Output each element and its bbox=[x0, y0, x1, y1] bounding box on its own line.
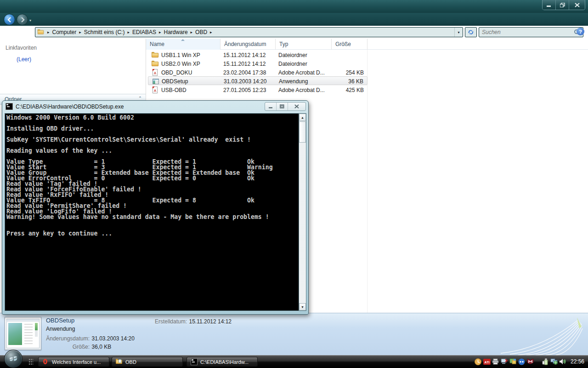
refresh-button[interactable] bbox=[465, 27, 477, 37]
breadcrumb-item-ediabas[interactable]: EDIABAS bbox=[132, 29, 156, 35]
file-size: 425 KB bbox=[346, 86, 364, 94]
taskbar-clock[interactable]: 22:56 bbox=[571, 358, 584, 365]
tray-ati-icon[interactable]: ATI bbox=[483, 358, 491, 365]
file-row-usb11[interactable]: USB1.1 Win XP 15.11.2012 14:12 Dateiordn… bbox=[148, 51, 368, 59]
minimize-button[interactable] bbox=[543, 0, 556, 10]
address-dropdown-button[interactable]: ▾ bbox=[454, 28, 463, 37]
breadcrumb-item-obd[interactable]: OBD bbox=[195, 29, 207, 35]
back-button[interactable] bbox=[4, 14, 15, 25]
file-date: 31.03.2003 14:20 bbox=[224, 77, 266, 86]
minimize-icon bbox=[269, 105, 273, 109]
folder-icon bbox=[152, 60, 159, 68]
scrollbar-thumb[interactable] bbox=[299, 121, 306, 143]
console-window[interactable]: C:\EDIABAS\Hardware\OBD\OBDSetup.exe Win… bbox=[2, 100, 309, 315]
windows-logo-icon bbox=[5, 350, 22, 368]
svg-text:ATI: ATI bbox=[485, 360, 490, 363]
column-headers: Name Änderungsdatum Typ Größe bbox=[146, 39, 588, 50]
tray-volume-icon[interactable] bbox=[559, 358, 566, 365]
crumb-separator-icon: ▸ bbox=[156, 30, 164, 34]
details-pane: OBDSetup Anwendung Änderungsdatum: 31.03… bbox=[0, 313, 588, 355]
scroll-up-button[interactable]: ▲ bbox=[299, 114, 306, 121]
console-titlebar[interactable]: C:\EDIABAS\Hardware\OBD\OBDSetup.exe bbox=[2, 101, 308, 112]
breadcrumb-item-drive[interactable]: Schmitt eins (C:) bbox=[84, 29, 125, 35]
details-modified-value: 31.03.2003 14:20 bbox=[91, 335, 134, 342]
system-tray: ATI 22:56 bbox=[475, 356, 586, 367]
restore-button[interactable] bbox=[556, 0, 569, 10]
tray-scheduler-icon[interactable] bbox=[475, 358, 482, 365]
details-modified-label: Änderungsdatum: bbox=[10, 335, 90, 342]
file-type: Adobe Acrobat D... bbox=[278, 86, 325, 94]
back-arrow-icon bbox=[7, 17, 12, 23]
file-date: 27.01.2005 12:23 bbox=[223, 86, 266, 94]
console-caption-buttons bbox=[265, 102, 306, 111]
search-box[interactable] bbox=[479, 27, 583, 37]
breadcrumb[interactable]: ▸ Computer ▸ Schmitt eins (C:) ▸ EDIABAS… bbox=[35, 27, 463, 37]
crumb-separator-icon: ▸ bbox=[76, 30, 84, 34]
tray-printer-icon[interactable] bbox=[492, 358, 499, 365]
details-size-value: 36,0 KB bbox=[91, 344, 111, 350]
opera-icon bbox=[42, 358, 49, 365]
refresh-icon bbox=[468, 29, 474, 35]
explorer-caption-buttons bbox=[542, 0, 585, 10]
start-button[interactable] bbox=[4, 350, 23, 368]
restore-icon bbox=[560, 3, 565, 7]
close-button[interactable] bbox=[569, 0, 585, 10]
console-output: Windows 2000 Version 6.0 Build 6002 Inst… bbox=[5, 114, 299, 236]
pdf-file-icon bbox=[152, 86, 159, 94]
column-header-date[interactable]: Änderungsdatum bbox=[220, 39, 276, 50]
tray-mcafee-icon[interactable] bbox=[527, 358, 534, 365]
console-screen[interactable]: Windows 2000 Version 6.0 Build 6002 Inst… bbox=[5, 113, 299, 311]
crumb-separator-icon: ▸ bbox=[207, 30, 215, 34]
close-icon bbox=[575, 3, 580, 7]
tray-usb-device-icon[interactable] bbox=[542, 358, 549, 365]
details-file-type: Anwendung bbox=[46, 326, 75, 332]
pdf-file-icon bbox=[152, 69, 159, 76]
task-label: C:\EDIABAS\Hardw... bbox=[200, 359, 249, 365]
console-minimize-button[interactable] bbox=[265, 103, 277, 110]
scroll-down-button[interactable]: ▼ bbox=[299, 303, 306, 310]
taskbar-button-obd-folder[interactable]: OBD bbox=[112, 357, 183, 367]
folder-icon bbox=[116, 358, 123, 365]
help-button[interactable]: ? bbox=[577, 28, 584, 35]
address-bar-row: ▾ ▸ Computer ▸ Schmitt eins (C:) ▸ EDIAB… bbox=[0, 13, 588, 26]
file-type: Dateiordner bbox=[278, 59, 307, 68]
taskbar-grip bbox=[28, 358, 33, 366]
file-name: OBDSetup bbox=[162, 78, 188, 85]
tray-network-icon[interactable] bbox=[550, 358, 558, 365]
tray-display-settings-icon[interactable] bbox=[509, 358, 517, 365]
file-date: 15.11.2012 14:12 bbox=[223, 59, 266, 68]
tray-messenger-icon[interactable] bbox=[518, 358, 526, 365]
favorites-empty-item[interactable]: (Leer) bbox=[17, 56, 31, 63]
console-close-button[interactable] bbox=[288, 103, 305, 110]
column-header-size[interactable]: Größe bbox=[332, 39, 368, 50]
file-type: Adobe Acrobat D... bbox=[278, 68, 325, 77]
tray-pc-status-icon[interactable] bbox=[501, 358, 508, 365]
history-dropdown[interactable]: ▾ bbox=[29, 18, 31, 23]
crumb-separator-icon: ▸ bbox=[124, 30, 132, 34]
file-row-obddoku[interactable]: OBD_DOKU 23.02.2004 17:38 Adobe Acrobat … bbox=[148, 68, 368, 77]
file-date: 15.11.2012 14:12 bbox=[223, 51, 266, 59]
forward-button[interactable] bbox=[17, 14, 28, 25]
maximize-icon bbox=[280, 104, 284, 109]
console-title: C:\EDIABAS\Hardware\OBD\OBDSetup.exe bbox=[16, 104, 124, 110]
task-label: Welches Interface u... bbox=[52, 359, 101, 365]
file-row-usb20[interactable]: USB2.0 Win XP 15.11.2012 14:12 Dateiordn… bbox=[148, 59, 368, 68]
file-row-usbobd[interactable]: USB-OBD 27.01.2005 12:23 Adobe Acrobat D… bbox=[148, 86, 368, 94]
details-created-value: 15.11.2012 14:12 bbox=[189, 318, 232, 325]
taskbar-button-browser[interactable]: Welches Interface u... bbox=[38, 357, 109, 367]
file-name: USB-OBD bbox=[161, 87, 187, 93]
taskbar-button-console[interactable]: C:\EDIABAS\Hardw... bbox=[187, 357, 258, 367]
crumb-separator-icon: ▸ bbox=[188, 30, 196, 34]
task-label: OBD bbox=[125, 359, 136, 365]
console-scrollbar[interactable]: ▲ ▼ bbox=[299, 113, 306, 311]
search-input[interactable] bbox=[482, 29, 574, 35]
file-name: USB1.1 Win XP bbox=[161, 52, 200, 58]
cmd-icon bbox=[191, 358, 198, 365]
breadcrumb-item-hardware[interactable]: Hardware bbox=[164, 29, 188, 35]
details-size-label: Größe: bbox=[10, 344, 90, 350]
file-row-obdsetup-selected[interactable]: OBDSetup 31.03.2003 14:20 Anwendung 36 K… bbox=[148, 76, 368, 85]
breadcrumb-item-computer[interactable]: Computer bbox=[52, 29, 77, 35]
console-maximize-button[interactable] bbox=[277, 103, 288, 110]
file-type: Dateiordner bbox=[278, 51, 307, 59]
column-header-type[interactable]: Typ bbox=[276, 39, 332, 50]
